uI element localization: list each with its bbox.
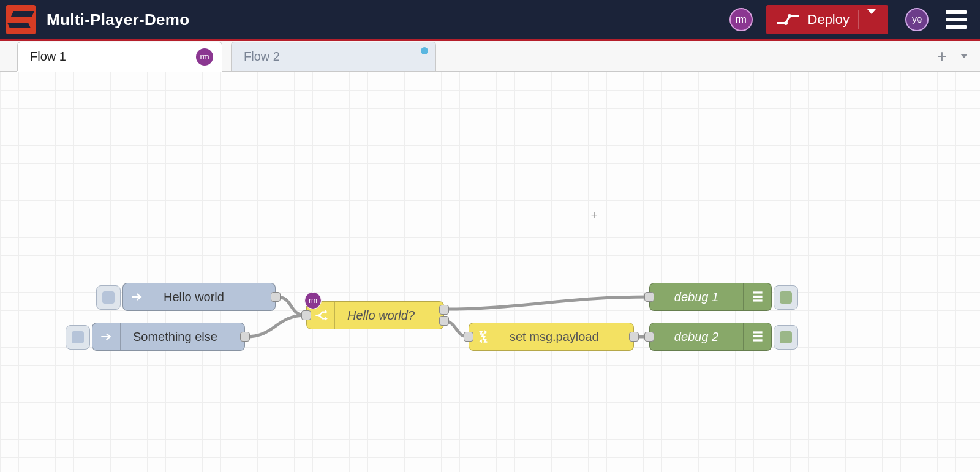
- input-port[interactable]: [644, 332, 654, 342]
- inject-icon: [92, 323, 121, 350]
- debug-toggle-button[interactable]: [774, 285, 798, 310]
- svg-rect-3: [753, 296, 762, 298]
- main-menu-button[interactable]: [946, 10, 967, 29]
- deploy-icon: [776, 13, 801, 26]
- node-label: set msg.payload: [497, 330, 633, 344]
- app-title: Multi-Player-Demo: [47, 10, 189, 29]
- debug-toggle-button[interactable]: [774, 325, 798, 350]
- svg-rect-5: [753, 331, 762, 333]
- output-port-2[interactable]: [439, 316, 449, 326]
- output-port[interactable]: [629, 332, 639, 342]
- deploy-button[interactable]: Deploy: [766, 5, 888, 34]
- node-change-set-payload[interactable]: set msg.payload: [469, 323, 634, 351]
- node-label: Hello world: [151, 290, 275, 304]
- add-tab-button[interactable]: +: [937, 48, 947, 65]
- unsaved-dot-icon: [421, 47, 428, 54]
- input-port[interactable]: [301, 310, 311, 320]
- debug-icon: [743, 323, 771, 350]
- input-port[interactable]: [644, 292, 654, 302]
- node-editor-badge: rm: [304, 292, 322, 309]
- tab-user-badge: rm: [196, 48, 213, 66]
- node-inject-hello-world[interactable]: Hello world: [123, 283, 276, 311]
- input-port[interactable]: [464, 332, 473, 342]
- svg-rect-7: [753, 339, 762, 341]
- remote-cursor-icon: +: [591, 209, 598, 222]
- tab-label: Flow 2: [244, 50, 280, 64]
- app-header: Multi-Player-Demo rm Deploy ye: [0, 0, 980, 41]
- node-debug-2[interactable]: debug 2: [649, 323, 772, 351]
- tab-flow-2[interactable]: Flow 2: [231, 42, 436, 71]
- inject-trigger-button[interactable]: [96, 285, 121, 310]
- node-switch-hello-world[interactable]: rm Hello world?: [306, 301, 444, 329]
- svg-rect-4: [753, 299, 762, 301]
- inject-trigger-button[interactable]: [66, 325, 90, 350]
- node-inject-something-else[interactable]: Something else: [92, 323, 245, 351]
- node-label: Hello world?: [335, 309, 443, 323]
- tab-list-button[interactable]: [960, 54, 968, 58]
- output-port[interactable]: [240, 332, 250, 342]
- node-debug-1[interactable]: debug 1: [649, 283, 772, 311]
- output-port-1[interactable]: [439, 305, 449, 315]
- chevron-down-icon: [867, 9, 876, 24]
- debug-icon: [743, 283, 771, 310]
- inject-icon: [123, 283, 151, 310]
- local-user-avatar[interactable]: ye: [905, 8, 929, 31]
- remote-user-avatar[interactable]: rm: [729, 8, 753, 31]
- tab-flow-1[interactable]: Flow 1 rm: [17, 42, 222, 71]
- tab-label: Flow 1: [30, 50, 66, 64]
- deploy-menu-button[interactable]: [858, 10, 884, 29]
- brand: Multi-Player-Demo: [0, 5, 189, 34]
- node-label: Something else: [121, 330, 244, 344]
- tab-bar: Flow 1 rm Flow 2 +: [0, 41, 980, 72]
- node-label: debug 2: [650, 330, 743, 344]
- svg-rect-6: [753, 335, 762, 337]
- node-label: debug 1: [650, 290, 743, 304]
- flow-canvas[interactable]: + Hello world Something else rm Hello wo…: [0, 72, 980, 472]
- output-port[interactable]: [271, 292, 281, 302]
- svg-rect-2: [753, 291, 762, 293]
- logo-icon: [6, 5, 36, 34]
- deploy-label: Deploy: [808, 12, 858, 28]
